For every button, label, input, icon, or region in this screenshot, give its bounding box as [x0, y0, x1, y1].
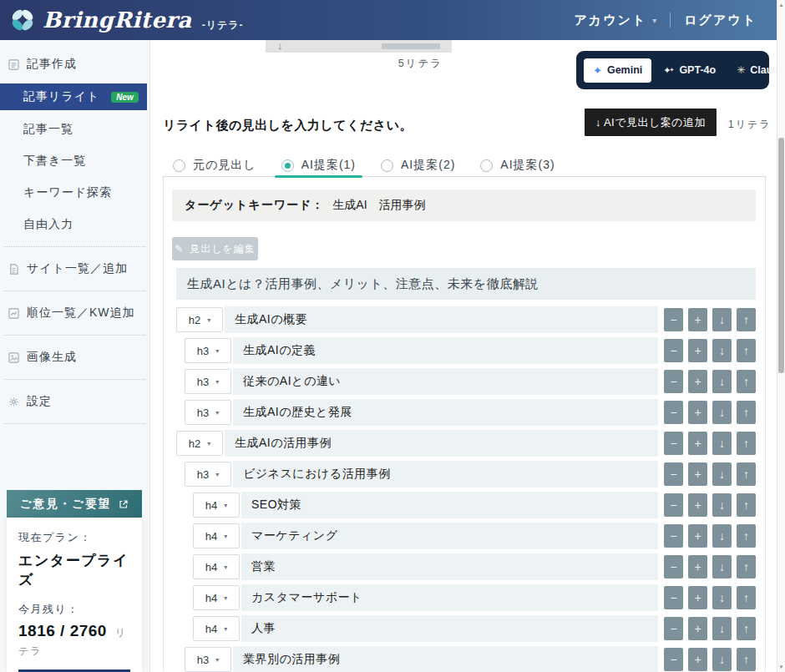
sidebar-item[interactable]: キーワード探索 [0, 180, 149, 205]
heading-text-input[interactable] [241, 523, 658, 549]
add-button[interactable]: + [688, 524, 707, 548]
remove-button[interactable]: − [664, 555, 683, 579]
remove-button[interactable]: − [664, 462, 683, 486]
heading-level-select[interactable]: h4▾ [193, 493, 240, 518]
add-button[interactable]: + [688, 401, 707, 424]
remove-button[interactable]: − [664, 524, 683, 548]
move-up-button[interactable]: ↑ [737, 586, 756, 609]
add-button[interactable]: + [688, 308, 707, 331]
heading-level-select[interactable]: h2▾ [176, 431, 223, 456]
add-button[interactable]: + [688, 617, 707, 640]
sidebar-item[interactable]: 設定 [0, 389, 149, 414]
remove-button[interactable]: − [664, 648, 683, 671]
sidebar-item[interactable]: 記事リライトNew [0, 83, 147, 110]
scrollbar-up-arrow[interactable]: ▲ [777, 3, 785, 8]
move-down-button[interactable]: ↓ [712, 370, 732, 393]
heading-text-input[interactable] [241, 553, 658, 580]
add-button[interactable]: + [688, 648, 707, 671]
heading-text-input[interactable] [233, 646, 658, 672]
remove-button[interactable]: − [664, 432, 683, 455]
sidebar-item[interactable]: 順位一覧／KW追加 [0, 301, 149, 326]
remove-button[interactable]: − [664, 370, 683, 393]
suggestion-tab[interactable]: AI提案(3) [480, 154, 555, 176]
model-tab-gemini[interactable]: ✦Gemini [584, 58, 651, 83]
add-button[interactable]: + [688, 493, 707, 517]
heading-level-select[interactable]: h4▾ [193, 554, 240, 579]
heading-level-select[interactable]: h4▾ [193, 523, 240, 548]
move-down-button[interactable]: ↓ [712, 617, 732, 640]
heading-text-input[interactable] [233, 399, 658, 426]
heading-text-input[interactable] [241, 492, 658, 518]
model-tab-claude[interactable]: ✳Claude [727, 58, 777, 82]
add-button[interactable]: + [688, 586, 707, 609]
model-tab-gpt-4o[interactable]: ✦✦GPT-4o [654, 58, 725, 82]
brand-logo[interactable]: BringRitera -リテラ- [8, 6, 244, 34]
scrollbar-down-arrow[interactable]: ▼ [777, 664, 785, 669]
heading-level-select[interactable]: h3▾ [185, 369, 231, 394]
move-up-button[interactable]: ↑ [737, 308, 756, 331]
add-button[interactable]: + [688, 370, 707, 393]
scrolled-off-button[interactable]: ↓ [266, 40, 452, 53]
remove-button[interactable]: − [664, 586, 683, 609]
move-down-button[interactable]: ↓ [712, 432, 732, 455]
scrollbar-thumb[interactable] [778, 138, 784, 373]
heading-level-select[interactable]: h4▾ [193, 585, 240, 610]
suggestion-tab[interactable]: AI提案(2) [381, 154, 455, 176]
heading-level-select[interactable]: h3▾ [185, 400, 231, 425]
logout-button[interactable]: ログアウト [684, 13, 757, 28]
heading-text-input[interactable] [233, 461, 658, 488]
heading-text-input[interactable] [233, 368, 658, 395]
move-down-button[interactable]: ↓ [712, 524, 732, 548]
edit-headings-button[interactable]: ✎ 見出しを編集 [172, 237, 258, 260]
heading-level-select[interactable]: h3▾ [185, 647, 231, 672]
move-up-button[interactable]: ↑ [737, 617, 756, 640]
move-down-button[interactable]: ↓ [712, 308, 732, 331]
heading-text-input[interactable] [225, 430, 658, 457]
move-up-button[interactable]: ↑ [737, 555, 756, 579]
account-menu[interactable]: アカウント ▾ [574, 13, 656, 28]
add-button[interactable]: + [688, 339, 707, 362]
suggestion-tab[interactable]: AI提案(1) [281, 154, 356, 176]
page-scrollbar[interactable]: ▲ ▼ [777, 0, 785, 672]
heading-level-select[interactable]: h3▾ [185, 338, 231, 363]
heading-text-input[interactable] [241, 584, 658, 611]
remove-button[interactable]: − [664, 308, 683, 331]
move-up-button[interactable]: ↑ [737, 339, 756, 362]
sidebar-item[interactable]: 下書き一覧 [0, 149, 149, 174]
sidebar-item[interactable]: 記事一覧 [0, 117, 149, 142]
move-up-button[interactable]: ↑ [737, 493, 756, 517]
add-button[interactable]: + [688, 555, 707, 579]
remove-button[interactable]: − [664, 339, 683, 362]
add-button[interactable]: + [688, 462, 707, 486]
move-up-button[interactable]: ↑ [737, 401, 756, 424]
move-up-button[interactable]: ↑ [737, 524, 756, 548]
remove-button[interactable]: − [664, 617, 683, 640]
heading-text-input[interactable] [241, 615, 658, 642]
move-down-button[interactable]: ↓ [712, 401, 732, 424]
ai-add-headings-button[interactable]: ↓ AIで見出し案の追加 [585, 109, 717, 136]
move-up-button[interactable]: ↑ [737, 432, 756, 455]
move-down-button[interactable]: ↓ [712, 462, 732, 486]
heading-text-input[interactable] [225, 306, 658, 333]
sidebar-item[interactable]: 自由入力 [0, 212, 149, 237]
move-down-button[interactable]: ↓ [712, 493, 732, 517]
suggestion-tab[interactable]: 元の見出し [173, 154, 256, 176]
heading-text-input[interactable] [233, 337, 658, 364]
move-down-button[interactable]: ↓ [712, 586, 732, 609]
sidebar-item[interactable]: 記事作成 [0, 52, 149, 77]
move-down-button[interactable]: ↓ [712, 339, 732, 362]
heading-level-select[interactable]: h3▾ [185, 462, 231, 487]
sidebar-item[interactable]: サイト一覧／追加 [0, 256, 149, 281]
remove-button[interactable]: − [664, 493, 683, 517]
move-up-button[interactable]: ↑ [737, 648, 756, 671]
move-down-button[interactable]: ↓ [712, 648, 732, 671]
feedback-button[interactable]: ご意見・ご要望 [7, 490, 142, 518]
add-button[interactable]: + [688, 432, 707, 455]
heading-level-select[interactable]: h4▾ [193, 616, 240, 641]
heading-level-select[interactable]: h2▾ [176, 307, 223, 332]
sidebar-item[interactable]: 画像生成 [0, 345, 149, 370]
move-up-button[interactable]: ↑ [737, 370, 756, 393]
move-down-button[interactable]: ↓ [712, 555, 732, 579]
remove-button[interactable]: − [664, 401, 683, 424]
move-up-button[interactable]: ↑ [737, 462, 756, 486]
